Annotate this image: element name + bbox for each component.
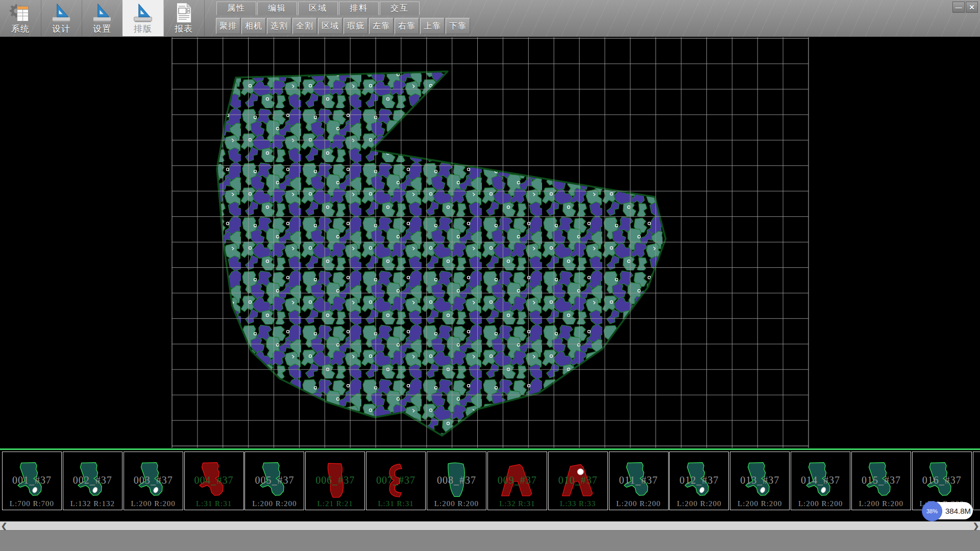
piece-name: 005_#37 (245, 474, 304, 486)
piece-name: 012_#37 (670, 474, 728, 486)
piece-thumbnail-011_#37[interactable]: 011_#37L:200 R:200 (609, 452, 669, 510)
piece-name: 016_#37 (913, 474, 971, 486)
mode-button-settings[interactable]: 设置 (82, 0, 123, 36)
window-controls: — ✕ (952, 2, 978, 13)
piece-name: 013_#37 (730, 474, 789, 486)
toolbar: 系统 设计 设置 (0, 0, 980, 37)
piece-name: 014_#37 (791, 474, 850, 486)
piece-name: 015_#37 (852, 474, 911, 486)
action-button-2[interactable]: 选割 (267, 18, 291, 34)
mode-button-label: 系统 (0, 23, 41, 35)
piece-name: 002_#37 (63, 474, 122, 486)
report-document-icon (173, 2, 195, 24)
piece-lr-count: L:200 R:200 (852, 499, 911, 508)
piece-lr-count: L:200 R:200 (124, 499, 183, 508)
menu-tab-1[interactable]: 编辑 (257, 2, 297, 15)
action-button-bar: 聚排相机选割全割区域瑕疵左靠右靠上靠下靠 (216, 18, 471, 34)
close-button[interactable]: ✕ (966, 2, 978, 13)
piece-name: 003_#37 (124, 474, 183, 486)
minimize-button[interactable]: — (952, 2, 965, 13)
mode-button-system[interactable]: 系统 (0, 0, 41, 36)
piece-lr-count: L:200 R:200 (609, 499, 668, 508)
piece-name: 010_#37 (549, 474, 607, 486)
piece-name: 009_#37 (488, 474, 547, 486)
mode-button-design[interactable]: 设计 (41, 0, 82, 36)
piece-lr-count: L:700 R:700 (3, 499, 61, 508)
memory-size-label: 384.8M (945, 502, 971, 519)
menu-tab-0[interactable]: 属性 (216, 2, 256, 15)
piece-name: 017_#37 (973, 474, 980, 486)
menu-tab-4[interactable]: 交互 (380, 2, 420, 15)
piece-lr-count: L:21 R:21 (306, 499, 364, 508)
mode-button-label: 设计 (41, 23, 82, 35)
action-button-1[interactable]: 相机 (241, 18, 266, 34)
piece-thumbnail-009_#37[interactable]: 009_#37L:32 R:31 (487, 452, 547, 510)
piece-thumbnail-008_#37[interactable]: 008_#37L:200 R:200 (427, 452, 486, 510)
menu-tab-2[interactable]: 区域 (298, 2, 338, 15)
gear-table-icon (9, 2, 32, 24)
piece-lr-count: L:200 R:200 (670, 499, 728, 508)
mode-button-label: 排版 (122, 23, 163, 35)
piece-name: 011_#37 (609, 474, 668, 486)
piece-thumbnail-016_#37[interactable]: 016_#37L:200 R:200 (912, 452, 972, 510)
piece-name: 006_#37 (306, 474, 364, 486)
piece-lr-count: L:200 R:200 (245, 499, 304, 508)
piece-lr-count: L:200 R:200 (427, 499, 486, 508)
scroll-left-arrow-icon[interactable]: ❮ (0, 521, 8, 530)
mode-button-label: 报表 (163, 23, 204, 35)
piece-thumbnail-001_#37[interactable]: 001_#37L:700 R:700 (2, 452, 62, 510)
piece-lr-count: L:132 R:132 (63, 499, 122, 508)
action-button-0[interactable]: 聚排 (216, 18, 240, 34)
action-button-6[interactable]: 左靠 (369, 18, 394, 34)
mode-button-nesting[interactable]: 排版 (122, 0, 164, 36)
action-button-8[interactable]: 上靠 (420, 18, 445, 34)
piece-lr-count: L:200 R:200 (973, 499, 980, 508)
piece-thumbnail-006_#37[interactable]: 006_#37L:21 R:21 (305, 452, 365, 510)
piece-thumbnail-010_#37[interactable]: 010_#37L:33 R:33 (548, 452, 608, 510)
usage-percent: 38% (926, 508, 938, 514)
leather-hide-shape[interactable] (217, 71, 666, 436)
piece-lr-count: L:200 R:200 (730, 499, 789, 508)
action-button-3[interactable]: 全割 (292, 18, 317, 34)
menu-tab-3[interactable]: 排料 (339, 2, 379, 15)
piece-lr-count: L:33 R:33 (549, 499, 607, 508)
piece-thumbnail-007_#37[interactable]: 007_#37L:31 R:31 (366, 452, 426, 510)
piece-thumbnail-005_#37[interactable]: 005_#37L:200 R:200 (244, 452, 304, 510)
ruler-triangle-icon (91, 2, 113, 24)
horizontal-scrollbar[interactable]: ❮ ❯ (0, 521, 980, 530)
usage-percent-circle: 38% (922, 501, 942, 521)
piece-thumbnail-012_#37[interactable]: 012_#37L:200 R:200 (669, 452, 729, 510)
piece-name: 001_#37 (3, 474, 61, 486)
action-button-9[interactable]: 下靠 (446, 18, 470, 34)
action-button-7[interactable]: 右靠 (395, 18, 419, 34)
memory-usage-badge: 38% 384.8M (923, 502, 973, 519)
hide-nest-drawing (0, 37, 980, 448)
piece-thumbnail-015_#37[interactable]: 015_#37L:200 R:200 (851, 452, 911, 510)
application-window: 系统 设计 设置 (0, 0, 980, 551)
piece-name: 007_#37 (366, 474, 425, 486)
nesting-canvas[interactable] (0, 37, 980, 448)
piece-thumbnail-017_#37[interactable]: 017_#37L:200 R:200 (973, 452, 980, 510)
action-button-4[interactable]: 区域 (318, 18, 342, 34)
piece-name: 004_#37 (185, 474, 243, 486)
piece-lr-count: L:31 R:31 (366, 499, 425, 508)
piece-thumbnail-014_#37[interactable]: 014_#37L:200 R:200 (791, 452, 850, 510)
piece-lr-count: L:200 R:200 (791, 499, 850, 508)
mode-button-label: 设置 (82, 23, 122, 35)
status-bar (0, 530, 980, 551)
mode-button-report[interactable]: 报表 (163, 0, 205, 36)
piece-lr-count: L:31 R:31 (185, 499, 243, 508)
menu-tab-bar: 属性编辑区域排料交互 (216, 2, 421, 15)
action-button-5[interactable]: 瑕疵 (344, 18, 368, 34)
piece-thumbnail-013_#37[interactable]: 013_#37L:200 R:200 (730, 452, 790, 510)
piece-thumbnail-002_#37[interactable]: 002_#37L:132 R:132 (63, 452, 122, 510)
scroll-right-arrow-icon[interactable]: ❯ (972, 521, 980, 530)
piece-thumbnail-003_#37[interactable]: 003_#37L:200 R:200 (124, 452, 183, 510)
piece-lr-count: L:32 R:31 (488, 499, 547, 508)
ruler-triangle-icon (50, 2, 72, 24)
piece-thumbnail-004_#37[interactable]: 004_#37L:31 R:31 (184, 452, 244, 510)
piece-thumbnail-strip[interactable]: 001_#37L:700 R:700002_#37L:132 R:132003_… (0, 450, 980, 521)
ruler-triangle-icon (132, 2, 154, 24)
piece-name: 008_#37 (427, 474, 486, 486)
